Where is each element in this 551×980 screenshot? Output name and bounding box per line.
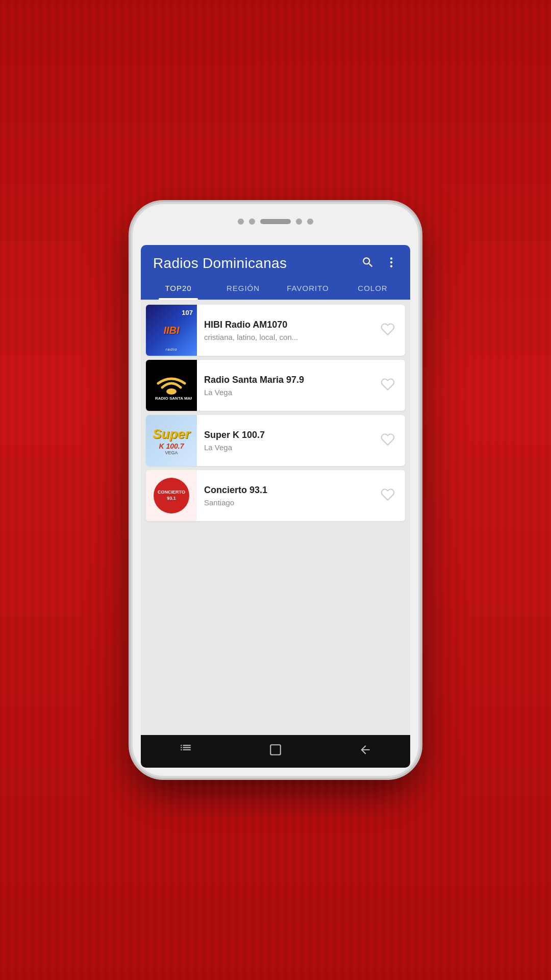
phone-sensors bbox=[238, 218, 313, 225]
station-info: Concierto 93.1 Santiago bbox=[197, 479, 370, 513]
list-item[interactable]: RADIO SANTA MARI Radio Santa Maria 97.9 … bbox=[146, 360, 405, 411]
app-bar-icons bbox=[361, 256, 398, 271]
tab-top20[interactable]: TOP20 bbox=[146, 277, 211, 300]
home-icon[interactable] bbox=[269, 743, 282, 760]
radio-list: IIBI 107 radio HIBI Radio AM1070 cristia… bbox=[141, 300, 410, 735]
tab-favorito[interactable]: FAVORITO bbox=[276, 277, 340, 300]
station-subtitle: cristiana, latino, local, con... bbox=[204, 333, 363, 341]
sensor-dot bbox=[238, 218, 244, 225]
station-info: HIBI Radio AM1070 cristiana, latino, loc… bbox=[197, 313, 370, 348]
station-info: Radio Santa Maria 97.9 La Vega bbox=[197, 369, 370, 403]
favorite-button[interactable] bbox=[370, 480, 405, 511]
tab-region[interactable]: REGIÓN bbox=[211, 277, 276, 300]
screen: Radios Dominicanas bbox=[141, 245, 410, 768]
list-item[interactable]: CONCIERTO93.1 Concierto 93.1 Santiago bbox=[146, 470, 405, 521]
app-bar: Radios Dominicanas bbox=[141, 245, 410, 277]
search-icon[interactable] bbox=[361, 256, 374, 271]
favorite-button[interactable] bbox=[370, 425, 405, 456]
favorite-button[interactable] bbox=[370, 370, 405, 401]
list-item[interactable]: Super K 100.7 VEGA Super K 100.7 La Vega bbox=[146, 415, 405, 466]
svg-point-0 bbox=[390, 257, 392, 259]
station-name: Concierto 93.1 bbox=[204, 485, 363, 496]
svg-rect-5 bbox=[270, 745, 281, 755]
station-subtitle: La Vega bbox=[204, 388, 363, 397]
station-name: Super K 100.7 bbox=[204, 430, 363, 440]
back-icon[interactable] bbox=[359, 743, 372, 760]
svg-point-3 bbox=[166, 388, 177, 395]
tab-color[interactable]: COLOR bbox=[340, 277, 405, 300]
tabs-bar: TOP20 REGIÓN FAVORITO COLOR bbox=[141, 277, 410, 300]
navigation-bar bbox=[141, 735, 410, 768]
station-logo: RADIO SANTA MARI bbox=[146, 360, 197, 411]
station-subtitle: La Vega bbox=[204, 443, 363, 452]
sensor-dot bbox=[249, 218, 255, 225]
speaker-grille bbox=[260, 219, 291, 224]
favorite-button[interactable] bbox=[370, 315, 405, 346]
list-item[interactable]: IIBI 107 radio HIBI Radio AM1070 cristia… bbox=[146, 305, 405, 356]
recents-icon[interactable] bbox=[179, 743, 192, 760]
station-subtitle: Santiago bbox=[204, 498, 363, 507]
station-name: HIBI Radio AM1070 bbox=[204, 320, 363, 330]
station-info: Super K 100.7 La Vega bbox=[197, 424, 370, 458]
phone-shell: Radios Dominicanas bbox=[133, 204, 418, 776]
more-menu-icon[interactable] bbox=[385, 256, 398, 271]
camera-dot bbox=[296, 218, 302, 225]
app-title: Radios Dominicanas bbox=[153, 255, 287, 272]
svg-text:RADIO SANTA MARI: RADIO SANTA MARI bbox=[155, 396, 192, 401]
svg-point-1 bbox=[390, 261, 392, 263]
station-logo: IIBI 107 radio bbox=[146, 305, 197, 356]
station-logo: Super K 100.7 VEGA bbox=[146, 415, 197, 466]
svg-point-2 bbox=[390, 265, 392, 267]
station-name: Radio Santa Maria 97.9 bbox=[204, 375, 363, 385]
station-logo: CONCIERTO93.1 bbox=[146, 470, 197, 521]
sensor-dot bbox=[307, 218, 313, 225]
